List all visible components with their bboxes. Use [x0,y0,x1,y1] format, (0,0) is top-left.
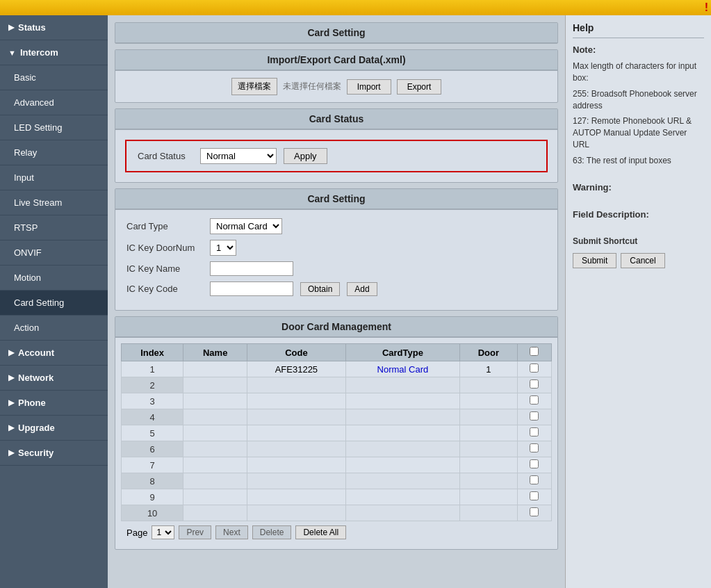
sidebar-item-basic-label: Basic [14,72,36,83]
sidebar-item-action[interactable]: Action [0,316,108,341]
sidebar-item-intercom[interactable]: ▼ Intercom [0,40,108,65]
table-row: 9 [122,489,552,505]
col-index: Index [122,344,183,361]
add-button[interactable]: Add [347,282,377,296]
cell-door [460,409,517,425]
ic-key-code-row: IC Key Code Obtain Add [126,281,546,296]
sidebar-item-input[interactable]: Input [0,165,108,190]
submit-button[interactable]: Submit [573,253,616,268]
sidebar-item-onvif[interactable]: ONVIF [0,240,108,266]
next-button[interactable]: Next [215,525,248,539]
obtain-button[interactable]: Obtain [300,282,340,296]
cell-index: 2 [122,377,183,393]
cell-checkbox[interactable] [517,441,551,457]
sidebar-item-live-stream[interactable]: Live Stream [0,190,108,215]
sidebar-item-status[interactable]: ▶ Status [0,15,108,40]
card-type-select[interactable]: Normal Card VIP Card Guest Card [210,218,282,234]
export-button[interactable]: Export [397,79,442,95]
cell-name [183,409,247,425]
cell-checkbox[interactable] [517,457,551,473]
col-name: Name [183,344,247,361]
delete-all-button[interactable]: Delete All [295,525,346,539]
sidebar-item-relay-label: Relay [14,147,37,158]
sidebar-item-livestream-label: Live Stream [14,197,62,208]
help-field-desc-label: Field Description: [573,209,649,220]
sidebar-item-basic[interactable]: Basic [0,65,108,90]
help-buttons: Submit Cancel [573,253,704,268]
sidebar-item-motion[interactable]: Motion [0,266,108,291]
sidebar-item-advanced-label: Advanced [14,97,54,108]
cancel-button[interactable]: Cancel [621,253,664,268]
col-check[interactable] [517,344,551,361]
cell-name [183,473,247,489]
card-status-select[interactable]: Normal Whitelist Only Blacklist [200,148,277,164]
sidebar-item-account[interactable]: ▶ Account [0,341,108,366]
sidebar: ▶ Status ▼ Intercom Basic Advanced LED S… [0,15,108,588]
cell-checkbox[interactable] [517,393,551,409]
upgrade-arrow-icon: ▶ [8,423,14,432]
cell-door [460,489,517,505]
import-button[interactable]: Import [347,79,391,95]
sidebar-item-upgrade[interactable]: ▶ Upgrade [0,416,108,441]
cell-cardtype [345,457,460,473]
row-checkbox[interactable] [530,491,539,500]
row-checkbox[interactable] [530,443,539,452]
cell-code [247,377,345,393]
cell-door: 1 [460,361,517,377]
row-checkbox[interactable] [530,411,539,420]
page-title-card: Card Setting [115,22,558,44]
sidebar-item-advanced[interactable]: Advanced [0,90,108,115]
ic-key-doornum-select[interactable]: 1 2 3 4 [210,240,236,256]
table-row: 7 [122,457,552,473]
sidebar-item-rtsp-label: RTSP [14,222,38,233]
sidebar-item-rtsp[interactable]: RTSP [0,215,108,240]
sidebar-item-led-setting[interactable]: LED Setting [0,115,108,140]
cell-code [247,505,345,521]
row-checkbox[interactable] [530,459,539,468]
cell-checkbox[interactable] [517,377,551,393]
sidebar-item-led-label: LED Setting [14,122,62,133]
help-submit-shortcut-label: Submit Shortcut [573,236,704,247]
status-arrow-icon: ▶ [8,23,14,32]
main-layout: ▶ Status ▼ Intercom Basic Advanced LED S… [0,15,711,588]
ic-key-name-input[interactable] [210,261,293,276]
choose-file-button[interactable]: 選擇檔案 [231,78,277,95]
ic-key-code-input[interactable] [210,281,293,296]
cell-cardtype [345,505,460,521]
page-select[interactable]: 1 [152,525,174,539]
col-door: Door [460,344,517,361]
row-checkbox[interactable] [530,395,539,405]
cell-checkbox[interactable] [517,505,551,521]
row-checkbox[interactable] [530,507,539,516]
cell-cardtype [345,489,460,505]
sidebar-item-action-label: Action [14,322,39,333]
ic-key-code-label: IC Key Code [126,284,203,294]
sidebar-item-phone[interactable]: ▶ Phone [0,391,108,416]
sidebar-item-relay[interactable]: Relay [0,140,108,165]
row-checkbox[interactable] [530,364,539,373]
cell-name [183,425,247,441]
sidebar-item-network[interactable]: ▶ Network [0,366,108,391]
delete-button[interactable]: Delete [252,525,292,539]
help-note-text: Max length of characters for input box: [573,60,704,84]
row-checkbox[interactable] [530,379,539,389]
help-title: Help [573,22,704,33]
sidebar-item-card-setting[interactable]: Card Setting [0,291,108,316]
card-setting-form-header: Card Setting [115,189,557,209]
cell-cardtype [345,425,460,441]
help-note-255: 255: Broadsoft Phonebook server address [573,88,704,112]
cell-checkbox[interactable] [517,489,551,505]
row-checkbox[interactable] [530,427,539,436]
prev-button[interactable]: Prev [179,525,211,539]
sidebar-item-security[interactable]: ▶ Security [0,441,108,466]
ic-key-name-label: IC Key Name [126,263,203,274]
cell-checkbox[interactable] [517,473,551,489]
table-row: 3 [122,393,552,409]
cell-checkbox[interactable] [517,409,551,425]
cell-code [247,393,345,409]
cell-checkbox[interactable] [517,361,551,377]
apply-button[interactable]: Apply [284,148,327,164]
row-checkbox[interactable] [530,475,539,484]
select-all-checkbox[interactable] [530,347,539,356]
cell-checkbox[interactable] [517,425,551,441]
